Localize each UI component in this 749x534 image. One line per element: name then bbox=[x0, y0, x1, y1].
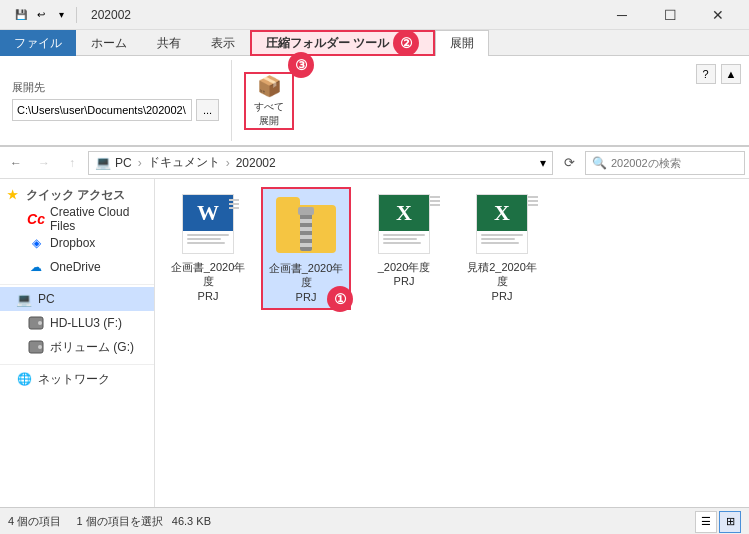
quick-save-btn[interactable]: 💾 bbox=[12, 6, 30, 24]
file-item-excel1[interactable]: X _2020年度PRJ bbox=[359, 187, 449, 310]
sidebar-item-network[interactable]: 🌐 ネットワーク bbox=[0, 367, 154, 391]
nav-bar: ← → ↑ 💻 PC › ドキュメント › 202002 ▾ ⟳ 🔍 bbox=[0, 147, 749, 179]
excel2-file-label: 見積2_2020年度PRJ bbox=[462, 260, 542, 303]
main-area: ★ クイック アクセス Cc Creative Cloud Files ◈ Dr… bbox=[0, 179, 749, 507]
search-bar[interactable]: 🔍 bbox=[585, 151, 745, 175]
file-area: W 企画書_2020年度PRJ bbox=[155, 179, 749, 507]
close-btn[interactable]: ✕ bbox=[695, 0, 741, 30]
sidebar: ★ クイック アクセス Cc Creative Cloud Files ◈ Dr… bbox=[0, 179, 155, 507]
onedrive-icon: ☁ bbox=[28, 259, 44, 275]
word-file-icon: W bbox=[176, 192, 240, 256]
svg-point-3 bbox=[38, 345, 42, 349]
hdd-icon bbox=[28, 315, 44, 331]
tab-extract[interactable]: 展開 bbox=[435, 30, 489, 56]
search-input[interactable] bbox=[611, 157, 738, 169]
word-file-label: 企画書_2020年度PRJ bbox=[168, 260, 248, 303]
sidebar-hd-label: HD-LLU3 (F:) bbox=[50, 316, 122, 330]
tab-home[interactable]: ホーム bbox=[76, 30, 142, 56]
collapse-ribbon-btn[interactable]: ▲ bbox=[721, 64, 741, 84]
pc-icon: 💻 bbox=[16, 291, 32, 307]
browse-btn[interactable]: ... bbox=[196, 99, 219, 121]
address-bar[interactable]: 💻 PC › ドキュメント › 202002 ▾ bbox=[88, 151, 553, 175]
tab-compress[interactable]: 圧縮フォルダー ツール ② bbox=[250, 30, 435, 56]
view-buttons: ☰ ⊞ bbox=[695, 511, 741, 533]
refresh-btn[interactable]: ⟳ bbox=[557, 151, 581, 175]
network-icon: 🌐 bbox=[16, 371, 32, 387]
sidebar-item-cc-files[interactable]: Cc Creative Cloud Files bbox=[0, 207, 154, 231]
sidebar-item-dropbox[interactable]: ◈ Dropbox bbox=[0, 231, 154, 255]
tab-share[interactable]: 共有 bbox=[142, 30, 196, 56]
status-bar: 4 個の項目 1 個の項目を選択 46.3 KB ☰ ⊞ bbox=[0, 507, 749, 534]
sidebar-quickaccess-label: クイック アクセス bbox=[26, 187, 125, 204]
sidebar-item-volume-g[interactable]: ボリューム (G:) bbox=[0, 335, 154, 359]
extract-btn-label: すべて 展開 bbox=[254, 100, 284, 128]
file-item-zip[interactable]: 企画書_2020年度PRJ ① bbox=[261, 187, 351, 310]
sidebar-network-label: ネットワーク bbox=[38, 371, 110, 388]
cc-icon: Cc bbox=[28, 211, 44, 227]
help-btn[interactable]: ? bbox=[696, 64, 716, 84]
tab-file[interactable]: ファイル bbox=[0, 30, 76, 56]
dropbox-icon: ◈ bbox=[28, 235, 44, 251]
extract-path-input[interactable] bbox=[12, 99, 192, 121]
sidebar-onedrive-label: OneDrive bbox=[50, 260, 101, 274]
sidebar-item-pc[interactable]: 💻 PC bbox=[0, 287, 154, 311]
view-tiles-btn[interactable]: ⊞ bbox=[719, 511, 741, 533]
sidebar-volume-label: ボリューム (G:) bbox=[50, 339, 134, 356]
ribbon-tab-bar: ファイル ホーム 共有 表示 圧縮フォルダー ツール ② 展開 bbox=[0, 30, 749, 56]
up-btn[interactable]: ↑ bbox=[60, 151, 84, 175]
quick-undo-btn[interactable]: ↩ bbox=[32, 6, 50, 24]
svg-point-1 bbox=[38, 321, 42, 325]
item-count: 4 個の項目 bbox=[8, 515, 61, 527]
title-bar: 💾 ↩ ▾ 202002 ─ ☐ ✕ bbox=[0, 0, 749, 30]
excel-file-icon: X bbox=[372, 192, 436, 256]
quick-dropdown-btn[interactable]: ▾ bbox=[52, 6, 70, 24]
extract-all-btn[interactable]: 📦 すべて 展開 bbox=[244, 72, 294, 130]
back-btn[interactable]: ← bbox=[4, 151, 28, 175]
excel1-file-label: _2020年度PRJ bbox=[378, 260, 431, 289]
maximize-btn[interactable]: ☐ bbox=[647, 0, 693, 30]
quick-access-toolbar: 💾 ↩ ▾ 202002 bbox=[8, 4, 135, 26]
window-controls: ─ ☐ ✕ bbox=[599, 0, 741, 30]
sidebar-item-onedrive[interactable]: ☁ OneDrive bbox=[0, 255, 154, 279]
extract-all-group: 📦 すべて 展開 ③ bbox=[232, 60, 306, 141]
zip-folder-icon bbox=[274, 193, 338, 257]
addr-folder: 202002 bbox=[236, 156, 276, 170]
view-list-btn[interactable]: ☰ bbox=[695, 511, 717, 533]
annotation-2: ② bbox=[393, 30, 419, 56]
dest-label: 展開先 bbox=[12, 80, 219, 95]
ribbon-help: ? ▲ bbox=[696, 64, 741, 84]
tab-view[interactable]: 表示 bbox=[196, 30, 250, 56]
forward-btn[interactable]: → bbox=[32, 151, 56, 175]
sidebar-quickaccess-header: ★ クイック アクセス bbox=[0, 183, 154, 207]
search-icon: 🔍 bbox=[592, 156, 607, 170]
file-item-word[interactable]: W 企画書_2020年度PRJ bbox=[163, 187, 253, 310]
sidebar-pc-label: PC bbox=[38, 292, 55, 306]
minimize-btn[interactable]: ─ bbox=[599, 0, 645, 30]
ribbon-content: 展開先 ... 📦 すべて 展開 ③ ? ▲ bbox=[0, 56, 749, 146]
excel2-file-icon: X bbox=[470, 192, 534, 256]
file-size: 46.3 KB bbox=[172, 515, 211, 527]
sidebar-dropbox-label: Dropbox bbox=[50, 236, 95, 250]
addr-pc: PC bbox=[115, 156, 132, 170]
file-item-excel2[interactable]: X 見積2_2020年度PRJ bbox=[457, 187, 547, 310]
window-title: 202002 bbox=[91, 8, 131, 22]
status-info: 4 個の項目 1 個の項目を選択 46.3 KB bbox=[8, 514, 211, 529]
sidebar-cc-label: Creative Cloud Files bbox=[50, 205, 146, 233]
addr-docs: ドキュメント bbox=[148, 154, 220, 171]
selected-info: 1 個の項目を選択 bbox=[76, 515, 162, 527]
star-icon: ★ bbox=[4, 187, 20, 203]
annotation-1: ① bbox=[327, 286, 353, 312]
ribbon: ファイル ホーム 共有 表示 圧縮フォルダー ツール ② 展開 展開先 ... … bbox=[0, 30, 749, 147]
volume-icon bbox=[28, 339, 44, 355]
sidebar-item-hd-llu3[interactable]: HD-LLU3 (F:) bbox=[0, 311, 154, 335]
extract-icon: 📦 bbox=[257, 74, 282, 98]
